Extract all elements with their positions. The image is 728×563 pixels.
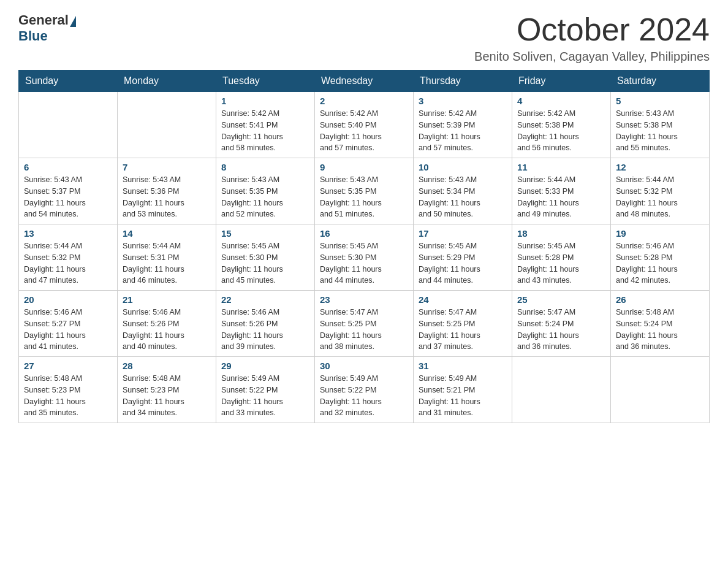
calendar-week-row: 27Sunrise: 5:48 AM Sunset: 5:23 PM Dayli… — [19, 357, 710, 423]
calendar-cell: 24Sunrise: 5:47 AM Sunset: 5:25 PM Dayli… — [414, 291, 512, 357]
day-info: Sunrise: 5:43 AM Sunset: 5:35 PM Dayligh… — [221, 174, 309, 220]
day-number: 9 — [320, 162, 408, 172]
day-info: Sunrise: 5:46 AM Sunset: 5:28 PM Dayligh… — [616, 240, 704, 286]
calendar-cell: 4Sunrise: 5:42 AM Sunset: 5:38 PM Daylig… — [512, 92, 611, 158]
calendar-cell — [512, 357, 611, 423]
weekday-header-thursday: Thursday — [414, 71, 512, 92]
calendar-cell: 27Sunrise: 5:48 AM Sunset: 5:23 PM Dayli… — [19, 357, 118, 423]
month-title: October 2024 — [474, 12, 710, 47]
calendar-week-row: 13Sunrise: 5:44 AM Sunset: 5:32 PM Dayli… — [19, 224, 710, 291]
weekday-header-friday: Friday — [512, 71, 611, 92]
calendar-cell: 16Sunrise: 5:45 AM Sunset: 5:30 PM Dayli… — [315, 224, 414, 291]
day-info: Sunrise: 5:49 AM Sunset: 5:21 PM Dayligh… — [419, 373, 507, 419]
day-number: 12 — [616, 162, 704, 172]
calendar-cell: 7Sunrise: 5:43 AM Sunset: 5:36 PM Daylig… — [118, 158, 216, 224]
logo-triangle-icon — [70, 16, 76, 27]
day-number: 8 — [221, 162, 309, 172]
calendar-cell: 28Sunrise: 5:48 AM Sunset: 5:23 PM Dayli… — [118, 357, 216, 423]
day-info: Sunrise: 5:43 AM Sunset: 5:38 PM Dayligh… — [616, 108, 704, 154]
day-number: 29 — [221, 361, 309, 371]
day-info: Sunrise: 5:45 AM Sunset: 5:30 PM Dayligh… — [320, 240, 408, 286]
day-number: 24 — [419, 294, 507, 305]
day-info: Sunrise: 5:43 AM Sunset: 5:36 PM Dayligh… — [123, 174, 211, 220]
calendar-cell: 12Sunrise: 5:44 AM Sunset: 5:32 PM Dayli… — [611, 158, 710, 224]
calendar-cell: 15Sunrise: 5:45 AM Sunset: 5:30 PM Dayli… — [216, 224, 315, 291]
day-info: Sunrise: 5:42 AM Sunset: 5:39 PM Dayligh… — [419, 108, 507, 154]
calendar-cell: 30Sunrise: 5:49 AM Sunset: 5:22 PM Dayli… — [315, 357, 414, 423]
day-info: Sunrise: 5:42 AM Sunset: 5:40 PM Dayligh… — [320, 108, 408, 154]
weekday-header-saturday: Saturday — [611, 71, 710, 92]
day-info: Sunrise: 5:44 AM Sunset: 5:31 PM Dayligh… — [123, 240, 211, 286]
calendar-table: SundayMondayTuesdayWednesdayThursdayFrid… — [18, 70, 710, 423]
day-info: Sunrise: 5:46 AM Sunset: 5:27 PM Dayligh… — [24, 307, 112, 353]
day-info: Sunrise: 5:48 AM Sunset: 5:23 PM Dayligh… — [24, 373, 112, 419]
day-number: 16 — [320, 228, 408, 239]
day-number: 1 — [221, 96, 309, 106]
calendar-cell: 20Sunrise: 5:46 AM Sunset: 5:27 PM Dayli… — [19, 291, 118, 357]
day-info: Sunrise: 5:43 AM Sunset: 5:35 PM Dayligh… — [320, 174, 408, 220]
day-number: 30 — [320, 361, 408, 371]
title-section: October 2024 Benito Soliven, Cagayan Val… — [474, 12, 710, 64]
day-info: Sunrise: 5:49 AM Sunset: 5:22 PM Dayligh… — [320, 373, 408, 419]
day-info: Sunrise: 5:46 AM Sunset: 5:26 PM Dayligh… — [123, 307, 211, 353]
calendar-cell: 18Sunrise: 5:45 AM Sunset: 5:28 PM Dayli… — [512, 224, 611, 291]
calendar-week-row: 20Sunrise: 5:46 AM Sunset: 5:27 PM Dayli… — [19, 291, 710, 357]
weekday-header-monday: Monday — [118, 71, 216, 92]
calendar-cell — [118, 92, 216, 158]
day-number: 2 — [320, 96, 408, 106]
calendar-cell: 11Sunrise: 5:44 AM Sunset: 5:33 PM Dayli… — [512, 158, 611, 224]
day-number: 25 — [517, 294, 605, 305]
calendar-cell: 26Sunrise: 5:48 AM Sunset: 5:24 PM Dayli… — [611, 291, 710, 357]
day-number: 7 — [123, 162, 211, 172]
day-number: 18 — [517, 228, 605, 239]
day-number: 5 — [616, 96, 704, 106]
logo-blue-text: Blue — [18, 28, 48, 44]
day-info: Sunrise: 5:45 AM Sunset: 5:28 PM Dayligh… — [517, 240, 605, 286]
day-info: Sunrise: 5:42 AM Sunset: 5:41 PM Dayligh… — [221, 108, 309, 154]
day-info: Sunrise: 5:46 AM Sunset: 5:26 PM Dayligh… — [221, 307, 309, 353]
calendar-cell: 22Sunrise: 5:46 AM Sunset: 5:26 PM Dayli… — [216, 291, 315, 357]
day-info: Sunrise: 5:43 AM Sunset: 5:34 PM Dayligh… — [419, 174, 507, 220]
calendar-cell: 17Sunrise: 5:45 AM Sunset: 5:29 PM Dayli… — [414, 224, 512, 291]
day-number: 27 — [24, 361, 112, 371]
calendar-cell: 14Sunrise: 5:44 AM Sunset: 5:31 PM Dayli… — [118, 224, 216, 291]
calendar-cell: 5Sunrise: 5:43 AM Sunset: 5:38 PM Daylig… — [611, 92, 710, 158]
day-info: Sunrise: 5:45 AM Sunset: 5:30 PM Dayligh… — [221, 240, 309, 286]
day-info: Sunrise: 5:48 AM Sunset: 5:24 PM Dayligh… — [616, 307, 704, 353]
calendar-cell: 6Sunrise: 5:43 AM Sunset: 5:37 PM Daylig… — [19, 158, 118, 224]
calendar-cell: 8Sunrise: 5:43 AM Sunset: 5:35 PM Daylig… — [216, 158, 315, 224]
day-number: 3 — [419, 96, 507, 106]
calendar-cell: 3Sunrise: 5:42 AM Sunset: 5:39 PM Daylig… — [414, 92, 512, 158]
day-number: 13 — [24, 228, 112, 239]
day-info: Sunrise: 5:44 AM Sunset: 5:32 PM Dayligh… — [616, 174, 704, 220]
logo: General Blue — [18, 12, 76, 44]
day-info: Sunrise: 5:45 AM Sunset: 5:29 PM Dayligh… — [419, 240, 507, 286]
page-header: General Blue October 2024 Benito Soliven… — [18, 12, 710, 64]
day-number: 6 — [24, 162, 112, 172]
day-info: Sunrise: 5:49 AM Sunset: 5:22 PM Dayligh… — [221, 373, 309, 419]
day-number: 26 — [616, 294, 704, 305]
day-number: 14 — [123, 228, 211, 239]
calendar-week-row: 1Sunrise: 5:42 AM Sunset: 5:41 PM Daylig… — [19, 92, 710, 158]
day-info: Sunrise: 5:47 AM Sunset: 5:24 PM Dayligh… — [517, 307, 605, 353]
calendar-cell: 9Sunrise: 5:43 AM Sunset: 5:35 PM Daylig… — [315, 158, 414, 224]
calendar-cell: 23Sunrise: 5:47 AM Sunset: 5:25 PM Dayli… — [315, 291, 414, 357]
calendar-week-row: 6Sunrise: 5:43 AM Sunset: 5:37 PM Daylig… — [19, 158, 710, 224]
day-number: 20 — [24, 294, 112, 305]
day-number: 28 — [123, 361, 211, 371]
calendar-cell: 25Sunrise: 5:47 AM Sunset: 5:24 PM Dayli… — [512, 291, 611, 357]
weekday-header-tuesday: Tuesday — [216, 71, 315, 92]
day-info: Sunrise: 5:43 AM Sunset: 5:37 PM Dayligh… — [24, 174, 112, 220]
day-number: 10 — [419, 162, 507, 172]
calendar-cell: 2Sunrise: 5:42 AM Sunset: 5:40 PM Daylig… — [315, 92, 414, 158]
day-number: 23 — [320, 294, 408, 305]
day-info: Sunrise: 5:47 AM Sunset: 5:25 PM Dayligh… — [320, 307, 408, 353]
day-info: Sunrise: 5:42 AM Sunset: 5:38 PM Dayligh… — [517, 108, 605, 154]
day-info: Sunrise: 5:48 AM Sunset: 5:23 PM Dayligh… — [123, 373, 211, 419]
day-number: 15 — [221, 228, 309, 239]
logo-general-text: General — [18, 12, 69, 28]
day-number: 21 — [123, 294, 211, 305]
day-number: 22 — [221, 294, 309, 305]
calendar-cell: 21Sunrise: 5:46 AM Sunset: 5:26 PM Dayli… — [118, 291, 216, 357]
day-number: 19 — [616, 228, 704, 239]
